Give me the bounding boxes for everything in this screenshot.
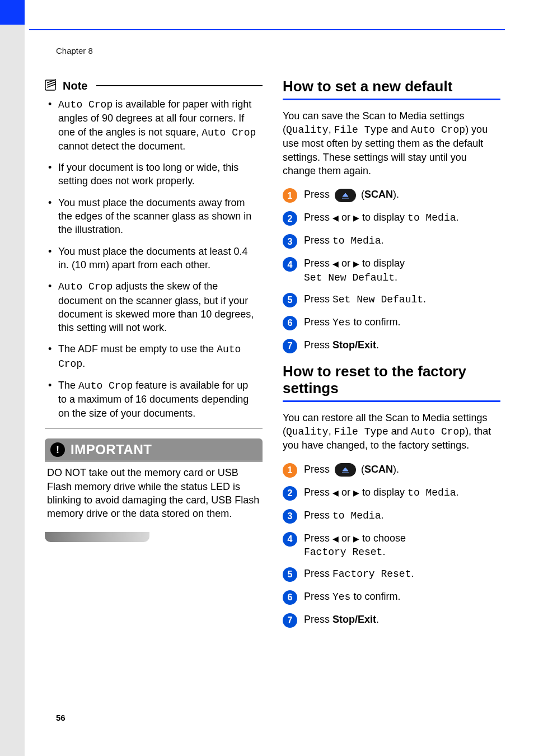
side-accent <box>0 25 25 756</box>
step: 2 Press ◀ or ▶ to display to Media. <box>283 486 500 501</box>
note-rule <box>96 85 263 86</box>
step-text: Press Yes to confirm. <box>304 590 400 604</box>
step: 1 Press (SCAN). <box>283 188 500 203</box>
main-content: Note Auto Crop is available for paper wi… <box>45 78 500 636</box>
step: 4 Press ◀ or ▶ to display Set New Defaul… <box>283 256 500 284</box>
step-badge: 2 <box>283 211 297 226</box>
important-icon: ! <box>50 442 65 457</box>
note-bullets: Auto Crop is available for paper with ri… <box>45 95 263 420</box>
note-header: Note <box>45 78 263 93</box>
section2-intro: You can restore all the Scan to Media se… <box>283 411 500 452</box>
step: 6 Press Yes to confirm. <box>283 590 500 605</box>
step-text: Press to Media. <box>304 234 383 248</box>
step-text: Press ◀ or ▶ to display Set New Default. <box>304 256 405 284</box>
step-text: Press to Media. <box>304 508 383 522</box>
step: 2 Press ◀ or ▶ to display to Media. <box>283 211 500 226</box>
corner-accent <box>0 0 25 25</box>
section-rule-1 <box>283 99 500 100</box>
section-rule-2 <box>283 400 500 402</box>
page-number: 56 <box>56 713 65 722</box>
step: 1 Press (SCAN). <box>283 463 500 478</box>
note-item: If your document is too long or wide, th… <box>48 161 259 188</box>
step-text: Press Factory Reset. <box>304 567 414 581</box>
step-text: Press Set New Default. <box>304 292 426 306</box>
top-rule <box>29 29 505 30</box>
step-text: Press Stop/Exit. <box>304 613 379 626</box>
step-badge: 7 <box>283 339 297 353</box>
step-badge: 1 <box>283 463 297 478</box>
step: 6 Press Yes to confirm. <box>283 315 500 330</box>
note-item: You must place the documents at least 0.… <box>48 245 259 272</box>
step-text: Press Stop/Exit. <box>304 338 379 352</box>
step-badge: 5 <box>283 567 297 582</box>
right-column: How to set a new default You can save th… <box>283 78 500 636</box>
step: 3 Press to Media. <box>283 234 500 249</box>
chapter-label: Chapter 8 <box>56 46 93 55</box>
step: 5 Press Set New Default. <box>283 292 500 307</box>
step-badge: 6 <box>283 316 297 330</box>
step: 5 Press Factory Reset. <box>283 567 500 582</box>
step-badge: 1 <box>283 188 297 203</box>
left-column: Note Auto Crop is available for paper wi… <box>45 78 263 636</box>
section1-steps: 1 Press (SCAN). 2 Press ◀ or ▶ to displa… <box>283 188 500 353</box>
note-item: The ADF must be empty to use the Auto Cr… <box>48 342 259 371</box>
step: 7 Press Stop/Exit. <box>283 613 500 628</box>
step: 7 Press Stop/Exit. <box>283 338 500 353</box>
section-title-2: How to reset to the factory settings <box>283 363 500 397</box>
note-icon <box>45 78 58 93</box>
step-badge: 2 <box>283 486 297 501</box>
scan-key-icon <box>335 189 356 202</box>
step-badge: 6 <box>283 590 297 605</box>
step-badge: 7 <box>283 613 297 628</box>
note-item: You must place the documents away from t… <box>48 196 259 237</box>
step-text: Press (SCAN). <box>304 188 399 202</box>
note-bottom-rule <box>45 428 263 429</box>
section2-steps: 1 Press (SCAN). 2 Press ◀ or ▶ to displa… <box>283 463 500 628</box>
step-badge: 4 <box>283 257 297 272</box>
section-title-1: How to set a new default <box>283 78 500 95</box>
scan-key-icon <box>335 463 356 477</box>
important-fade <box>45 532 149 542</box>
note-item: Auto Crop adjusts the skew of the docume… <box>48 279 259 334</box>
step-text: Press ◀ or ▶ to display to Media. <box>304 486 459 500</box>
note-title: Note <box>63 80 87 92</box>
note-item: The Auto Crop feature is available for u… <box>48 379 259 420</box>
step-badge: 4 <box>283 532 297 547</box>
note-item: Auto Crop is available for paper with ri… <box>48 97 259 153</box>
step-text: Press Yes to confirm. <box>304 315 400 329</box>
section1-intro: You can save the Scan to Media settings … <box>283 109 500 178</box>
important-header: ! IMPORTANT <box>45 438 263 461</box>
step-badge: 3 <box>283 234 297 249</box>
step-badge: 3 <box>283 509 297 524</box>
step-text: Press (SCAN). <box>304 463 399 477</box>
important-body: DO NOT take out the memory card or USB F… <box>45 461 263 525</box>
step-badge: 5 <box>283 293 297 307</box>
step: 4 Press ◀ or ▶ to choose Factory Reset. <box>283 531 500 559</box>
important-callout: ! IMPORTANT DO NOT take out the memory c… <box>45 438 263 542</box>
important-label: IMPORTANT <box>71 442 152 458</box>
step-text: Press ◀ or ▶ to choose Factory Reset. <box>304 531 406 559</box>
step-text: Press ◀ or ▶ to display to Media. <box>304 211 459 225</box>
step: 3 Press to Media. <box>283 508 500 524</box>
